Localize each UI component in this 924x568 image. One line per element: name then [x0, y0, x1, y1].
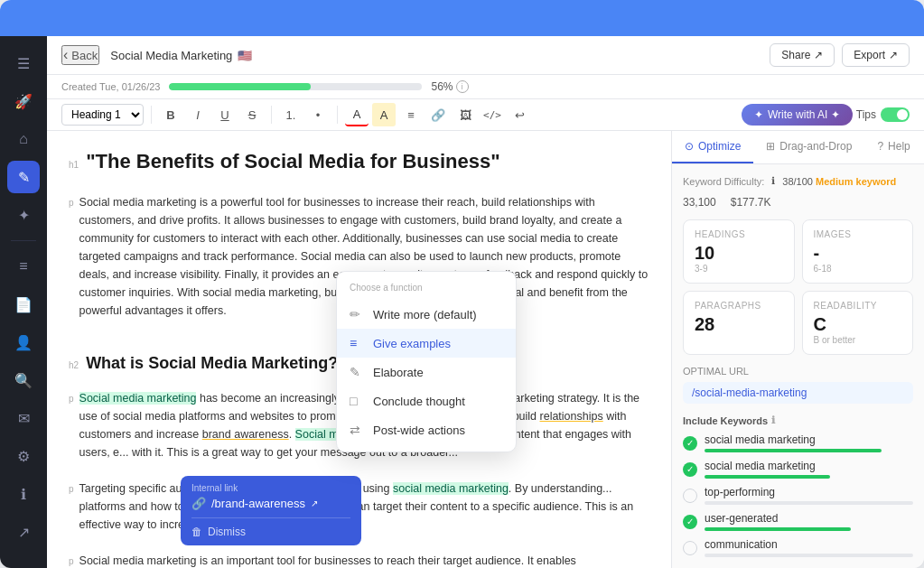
toolbar-divider-3: [337, 106, 338, 124]
tab-help[interactable]: ? Help: [864, 131, 922, 163]
export-button[interactable]: Export ↗: [842, 43, 910, 67]
keywords-info-icon[interactable]: ℹ: [771, 414, 775, 426]
kw-item-0: ✓ social media marketing: [683, 433, 913, 452]
highlight-social-marketing: Social media marketing: [79, 392, 197, 405]
export-icon[interactable]: ↗: [7, 516, 40, 548]
kw-volume: 33,100: [683, 196, 716, 209]
tab-optimize[interactable]: ⊙ Optimize: [672, 131, 753, 163]
ai-conclude-thought[interactable]: □ Conclude thought: [337, 386, 516, 415]
ai-icon[interactable]: ✦: [7, 199, 40, 231]
progress-bar-fill: [169, 83, 311, 90]
kd-value: 38/100 Medium keyword: [782, 176, 896, 187]
toolbar: Heading 1 Heading 2 Paragraph B I U S 1.…: [47, 99, 924, 131]
editor-right: h1 "The Benefits of Social Media for Bus…: [47, 131, 924, 568]
kw-text-1: social media marketing: [705, 460, 913, 479]
page-icon[interactable]: 📄: [7, 288, 40, 321]
back-button[interactable]: Back: [61, 45, 99, 65]
kd-info-icon[interactable]: ℹ: [771, 175, 775, 187]
paragraphs-stat: PARAGRAPHS 28: [683, 291, 795, 355]
search-icon[interactable]: 🔍: [7, 364, 40, 396]
dismiss-button[interactable]: 🗑 Dismiss: [191, 517, 350, 538]
kw-bar-1: [705, 475, 830, 479]
italic-button[interactable]: I: [186, 103, 210, 126]
kw-check-4: [683, 541, 697, 555]
write-ai-button[interactable]: ✦ Write with AI ✦: [742, 104, 853, 126]
images-stat: IMAGES - 6-18: [802, 219, 914, 284]
mail-icon[interactable]: ✉: [7, 402, 40, 434]
ai-write-more[interactable]: ✏ Write more (default): [337, 300, 516, 329]
kw-item-2: top-performing: [683, 486, 913, 505]
tab-drag-drop[interactable]: ⊞ Drag-and-Drop: [753, 131, 864, 163]
drag-drop-icon: ⊞: [766, 140, 775, 153]
kw-text-4: communication: [705, 538, 913, 557]
code-button[interactable]: </>: [481, 103, 504, 126]
kw-item-3: ✓ user-generated: [683, 512, 913, 531]
paragraph-3[interactable]: Targeting specific audiences with c... o…: [79, 480, 649, 534]
ai-dropdown: Choose a function ✏ Write more (default)…: [336, 271, 517, 452]
progress-info-icon[interactable]: i: [456, 80, 469, 93]
align-button[interactable]: ≡: [399, 103, 423, 126]
kw-check-3: ✓: [683, 515, 697, 529]
editor-panel[interactable]: h1 "The Benefits of Social Media for Bus…: [47, 131, 671, 568]
sidebar: ☰ 🚀 ⌂ ✎ ✦ ≡ 📄 👤 🔍 ✉ ⚙ ℹ ↗: [0, 36, 47, 568]
list-icon: ≡: [350, 336, 364, 350]
ul-button[interactable]: •: [306, 103, 330, 126]
document-title: Social Media Marketing 🇺🇸: [110, 49, 252, 62]
ai-give-examples[interactable]: ≡ Give examples: [337, 329, 516, 358]
menu-icon[interactable]: ☰: [7, 47, 40, 79]
ai-elaborate[interactable]: ✎ Elaborate: [337, 358, 516, 386]
ai-post-wide-actions[interactable]: ⇄ Post-wide actions: [337, 415, 516, 444]
conclude-icon: □: [350, 394, 364, 408]
kw-item-4: communication: [683, 538, 913, 557]
kw-check-2: [683, 489, 697, 503]
bold-button[interactable]: B: [159, 103, 182, 126]
tips-toggle: Tips: [856, 107, 910, 122]
kw-metrics: 33,100 $177.7K: [683, 196, 913, 209]
user-icon[interactable]: 👤: [7, 326, 40, 358]
kw-item-1: ✓ social media marketing: [683, 460, 913, 479]
info-icon[interactable]: ℹ: [7, 478, 40, 510]
h2-tag: h2: [69, 360, 79, 370]
kw-bar-2: [705, 501, 913, 505]
settings-icon[interactable]: ⚙: [7, 440, 40, 472]
optimal-url-value: /social-media-marketing: [683, 382, 913, 404]
kw-value: $177.7K: [731, 196, 771, 209]
strikethrough-button[interactable]: S: [240, 103, 264, 126]
editor-icon[interactable]: ✎: [7, 161, 40, 193]
image-button[interactable]: 🖼: [453, 103, 477, 126]
progress-bar: [169, 83, 422, 90]
underline-button[interactable]: U: [213, 103, 237, 126]
undo-button[interactable]: ↩: [508, 103, 531, 126]
h1-tag: h1: [69, 160, 79, 170]
highlighted-brand-awareness: brand awareness: [202, 428, 289, 441]
kw-text-0: social media marketing: [705, 433, 913, 452]
highlight-social-marketing-3: social media marketing: [393, 482, 509, 495]
ol-button[interactable]: 1.: [279, 103, 303, 126]
p3-tag: p: [69, 484, 74, 494]
export-arrow-icon: ↗: [889, 49, 898, 61]
rocket-icon[interactable]: 🚀: [7, 85, 40, 117]
link-button[interactable]: 🔗: [426, 103, 450, 126]
share-button[interactable]: Share ↗: [770, 43, 835, 67]
heading-select[interactable]: Heading 1 Heading 2 Paragraph: [61, 104, 144, 126]
help-icon: ?: [877, 140, 883, 153]
p4-tag: p: [69, 556, 74, 566]
tips-toggle-switch[interactable]: [881, 107, 910, 122]
bg-color-button[interactable]: A: [372, 103, 396, 126]
kw-bar-0: [705, 449, 882, 452]
toolbar-divider-1: [151, 106, 152, 124]
font-color-button[interactable]: A: [345, 103, 369, 126]
sparkle-icon: ✦: [754, 108, 763, 121]
internal-link-popup: Internal link 🔗 /brand-awareness ↗ 🗑 Dis…: [181, 476, 361, 545]
internal-link-label: Internal link: [191, 483, 350, 493]
optimal-url-label: OPTIMAL URL: [683, 366, 913, 377]
kw-check-1: ✓: [683, 462, 697, 477]
home-icon[interactable]: ⌂: [7, 123, 40, 155]
paragraph-4[interactable]: Social media marketing is an important t…: [79, 552, 576, 568]
kw-bar-4: [705, 554, 913, 557]
stats-icon[interactable]: ≡: [7, 250, 40, 283]
internal-link-url[interactable]: 🔗 /brand-awareness ↗: [191, 497, 350, 510]
internal-link-anchor[interactable]: /brand-awareness: [211, 497, 305, 510]
trash-icon: 🗑: [191, 526, 202, 538]
p2-tag: p: [69, 394, 74, 404]
